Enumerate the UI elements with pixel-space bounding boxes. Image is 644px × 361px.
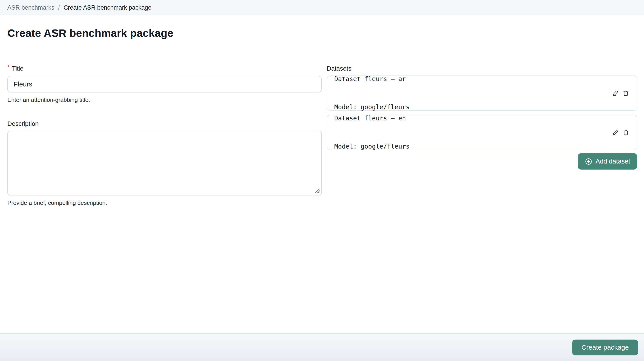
breadcrumb-current: Create ASR benchmark package bbox=[64, 4, 152, 11]
required-asterisk: * bbox=[7, 64, 10, 70]
description-label-row: Description bbox=[7, 120, 322, 128]
create-asr-benchmark-page: ASR benchmarks / Create ASR benchmark pa… bbox=[0, 0, 644, 206]
description-textarea[interactable] bbox=[7, 131, 322, 196]
description-label: Description bbox=[7, 120, 39, 128]
page-title: Create ASR benchmark package bbox=[0, 27, 644, 39]
title-input[interactable] bbox=[7, 76, 322, 92]
dataset-card-actions bbox=[612, 130, 629, 136]
description-textarea-wrap bbox=[7, 131, 322, 196]
dataset-card-actions bbox=[612, 90, 629, 96]
breadcrumb-separator: / bbox=[58, 4, 60, 11]
plus-circle-icon bbox=[585, 158, 592, 165]
breadcrumb-parent-link[interactable]: ASR benchmarks bbox=[7, 4, 54, 11]
datasets-column: Datasets Dataset fleurs — ar Model: goog… bbox=[327, 65, 637, 206]
dataset-name: Dataset fleurs — ar bbox=[334, 74, 410, 84]
form-column: * Title Enter an attention-grabbing titl… bbox=[7, 65, 322, 206]
dataset-model: Model: google/fleurs bbox=[334, 142, 410, 151]
edit-dataset-button[interactable] bbox=[612, 130, 618, 136]
title-label: Title bbox=[12, 65, 24, 72]
dataset-name: Dataset fleurs — en bbox=[334, 114, 410, 123]
trash-icon bbox=[623, 130, 629, 136]
trash-icon bbox=[623, 90, 629, 96]
footer-bar: Create package bbox=[0, 333, 644, 361]
resize-grip-icon[interactable] bbox=[313, 187, 320, 194]
add-dataset-button[interactable]: Add dataset bbox=[578, 153, 637, 170]
breadcrumb: ASR benchmarks / Create ASR benchmark pa… bbox=[0, 0, 644, 16]
create-package-button[interactable]: Create package bbox=[572, 340, 638, 356]
dataset-card-text: Dataset fleurs — en Model: google/fleurs bbox=[334, 95, 410, 170]
dataset-card: Dataset fleurs — en Model: google/fleurs bbox=[327, 115, 637, 150]
pencil-line-icon bbox=[612, 130, 618, 136]
description-helper-text: Provide a brief, compelling description. bbox=[7, 200, 322, 206]
delete-dataset-button[interactable] bbox=[623, 130, 629, 136]
add-dataset-label: Add dataset bbox=[596, 158, 630, 165]
title-label-row: * Title bbox=[7, 65, 322, 72]
main-content: * Title Enter an attention-grabbing titl… bbox=[0, 65, 644, 206]
edit-dataset-button[interactable] bbox=[612, 90, 618, 96]
title-helper-text: Enter an attention-grabbing title. bbox=[7, 96, 322, 104]
delete-dataset-button[interactable] bbox=[623, 90, 629, 96]
pencil-line-icon bbox=[612, 90, 618, 96]
